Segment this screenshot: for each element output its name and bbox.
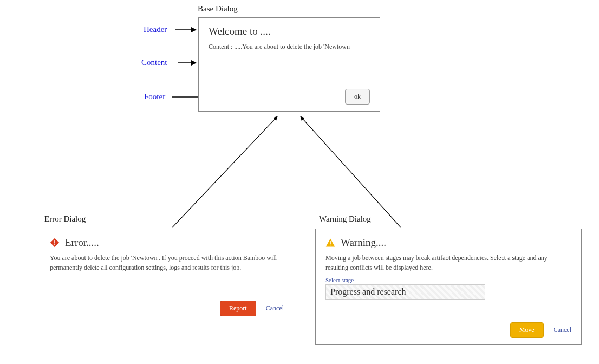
svg-rect-10	[330, 245, 331, 246]
warning-icon	[325, 238, 335, 248]
move-button[interactable]: Move	[510, 322, 544, 338]
report-button[interactable]: Report	[220, 301, 256, 316]
error-dialog-content: You are about to delete the job 'Newtown…	[50, 253, 284, 272]
error-icon	[50, 238, 60, 248]
warning-header-text: Warning....	[341, 237, 386, 249]
warning-cancel-link[interactable]: Cancel	[554, 326, 571, 334]
select-stage-label: Select stage	[325, 277, 571, 283]
base-header-text: Welcome to ....	[209, 25, 271, 37]
content-annotation: Content	[141, 58, 167, 67]
error-cancel-link[interactable]: Cancel	[266, 304, 284, 313]
warning-dialog: Warning.... Moving a job between stages …	[315, 229, 582, 345]
error-dialog: Error..... You are about to delete the j…	[40, 229, 294, 323]
footer-annotation: Footer	[144, 92, 165, 101]
base-dialog-title: Base Dialog	[198, 4, 238, 14]
base-dialog: Welcome to .... Content : .....You are a…	[198, 17, 380, 112]
error-dialog-title: Error Dialog	[44, 214, 86, 224]
svg-rect-9	[330, 241, 331, 244]
ok-button[interactable]: ok	[345, 89, 370, 105]
svg-line-4	[301, 116, 401, 227]
header-annotation: Header	[144, 25, 167, 34]
warning-dialog-content: Moving a job between stages may break ar…	[325, 253, 571, 272]
base-dialog-header: Welcome to ....	[209, 25, 370, 37]
error-dialog-footer: Report Cancel	[50, 301, 284, 316]
error-dialog-header: Error.....	[50, 237, 284, 249]
warning-dialog-footer: Move Cancel	[325, 322, 571, 338]
svg-rect-6	[54, 240, 55, 244]
warning-dialog-title: Warning Dialog	[319, 214, 371, 224]
error-header-text: Error.....	[65, 237, 99, 249]
svg-rect-7	[54, 244, 55, 245]
select-stage-input[interactable]	[325, 284, 485, 300]
warning-dialog-header: Warning....	[325, 237, 571, 249]
base-dialog-content: Content : .....You are about to delete t…	[209, 42, 370, 51]
base-dialog-footer: ok	[209, 89, 370, 105]
svg-line-3	[172, 116, 277, 227]
